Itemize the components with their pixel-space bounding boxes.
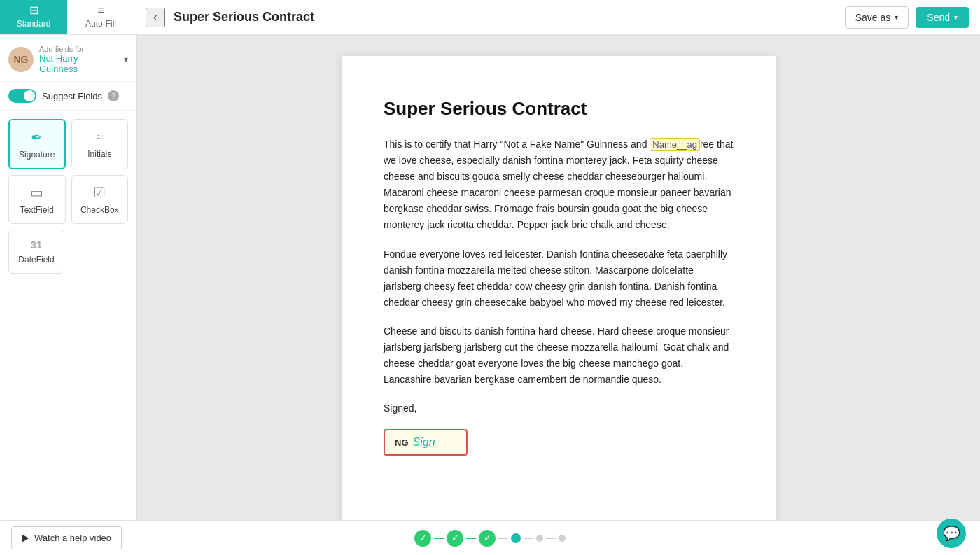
field-tools: ✒ Signature ≈ Initials ▭ TextField ☑ Che… xyxy=(0,111,136,282)
standard-tab-icon: ⊟ xyxy=(29,3,38,17)
send-label: Send xyxy=(927,12,950,23)
doc-body: This is to certify that Harry "Not a Fak… xyxy=(384,136,734,456)
save-as-label: Save as xyxy=(855,12,891,23)
suggest-fields-row: YES Suggest Fields ? xyxy=(0,82,136,111)
header-actions: Save as ▾ Send ▾ xyxy=(845,0,969,34)
back-button[interactable]: ‹ xyxy=(146,8,165,27)
sidebar-user-name: Not Harry Guinness xyxy=(39,53,118,74)
paragraph-2: Fondue everyone loves red leicester. Dan… xyxy=(384,246,734,311)
avatar: NG xyxy=(8,47,34,72)
save-as-chevron-icon: ▾ xyxy=(895,13,898,21)
progress-dots: ✓ ✓ ✓ xyxy=(414,530,566,547)
sidebar: NG Add fields for Not Harry Guinness ▾ Y… xyxy=(0,35,137,520)
tab-standard[interactable]: ⊟ Standard xyxy=(0,0,67,34)
checkbox-icon: ☑ xyxy=(93,184,106,201)
autofill-tab-icon: ≡ xyxy=(97,4,104,17)
main-layout: NG Add fields for Not Harry Guinness ▾ Y… xyxy=(0,35,980,520)
bottom-bar: Watch a help video ✓ ✓ ✓ 💬 xyxy=(0,520,980,555)
progress-dash-4 xyxy=(524,538,533,539)
progress-step-6 xyxy=(559,535,566,542)
progress-dash-1 xyxy=(434,538,444,539)
send-chevron-icon: ▾ xyxy=(954,13,958,21)
page-title: Super Serious Contract xyxy=(174,10,845,24)
document-area: Super Serious Contract This is to certif… xyxy=(137,35,980,520)
progress-step-3: ✓ xyxy=(479,530,496,547)
save-as-button[interactable]: Save as ▾ xyxy=(845,6,909,29)
help-video-button[interactable]: Watch a help video xyxy=(11,526,122,549)
signature-icon: ✒ xyxy=(31,129,43,146)
info-icon[interactable]: ? xyxy=(108,90,119,101)
tool-initials[interactable]: ≈ Initials xyxy=(71,119,129,169)
play-icon xyxy=(22,534,29,542)
suggest-fields-toggle[interactable]: YES xyxy=(8,89,36,103)
sign-field-label: Sign xyxy=(413,436,435,449)
datefield-tool-label: DateField xyxy=(18,255,54,265)
doc-title: Super Serious Contract xyxy=(384,98,734,120)
progress-step-2: ✓ xyxy=(447,530,463,547)
chat-button[interactable]: 💬 xyxy=(937,519,966,548)
tool-datefield[interactable]: 31 DateField xyxy=(8,230,64,274)
progress-step-5 xyxy=(536,535,543,542)
sign-field[interactable]: NG Sign xyxy=(384,429,468,456)
tab-autofill[interactable]: ≡ Auto-Fill xyxy=(67,0,134,34)
chat-icon: 💬 xyxy=(943,525,960,542)
initials-tool-label: Initials xyxy=(88,149,111,159)
progress-step-4 xyxy=(511,533,521,543)
send-button[interactable]: Send ▾ xyxy=(916,7,969,28)
sign-field-initials: NG xyxy=(395,437,409,448)
name-field-highlight[interactable]: Name__ag xyxy=(650,138,700,151)
tool-textfield[interactable]: ▭ TextField xyxy=(8,175,66,224)
textfield-icon: ▭ xyxy=(30,184,43,201)
signature-tool-label: Signature xyxy=(19,150,55,160)
signed-label: Signed, xyxy=(384,400,734,416)
checkbox-tool-label: CheckBox xyxy=(80,205,119,215)
header-bar: ⊟ Standard ≡ Auto-Fill ‹ Super Serious C… xyxy=(0,0,980,35)
progress-dash-5 xyxy=(546,538,556,539)
sidebar-user-info: Add fields for Not Harry Guinness xyxy=(39,45,118,74)
toggle-knob xyxy=(24,90,35,101)
initials-icon: ≈ xyxy=(97,130,103,145)
standard-tab-label: Standard xyxy=(17,19,51,29)
tool-checkbox[interactable]: ☑ CheckBox xyxy=(71,175,129,224)
textfield-tool-label: TextField xyxy=(20,205,54,215)
paragraph-3: Cheese and biscuits danish fontina hard … xyxy=(384,323,734,388)
header-nav: ‹ Super Serious Contract xyxy=(134,0,845,34)
paragraph-1: This is to certify that Harry "Not a Fak… xyxy=(384,136,734,234)
sidebar-user-row[interactable]: NG Add fields for Not Harry Guinness ▾ xyxy=(0,35,136,82)
tool-signature[interactable]: ✒ Signature xyxy=(8,119,66,169)
progress-step-1: ✓ xyxy=(414,530,431,547)
progress-dash-2 xyxy=(466,538,476,539)
add-fields-label: Add fields for xyxy=(39,45,118,53)
doc-page: Super Serious Contract This is to certif… xyxy=(342,56,776,520)
datefield-icon: 31 xyxy=(31,239,43,251)
progress-dash-3 xyxy=(498,538,508,539)
help-video-label: Watch a help video xyxy=(34,533,111,543)
autofill-tab-label: Auto-Fill xyxy=(85,19,116,29)
sidebar-user-chevron-icon[interactable]: ▾ xyxy=(124,55,128,64)
suggest-fields-label: Suggest Fields xyxy=(42,91,102,101)
